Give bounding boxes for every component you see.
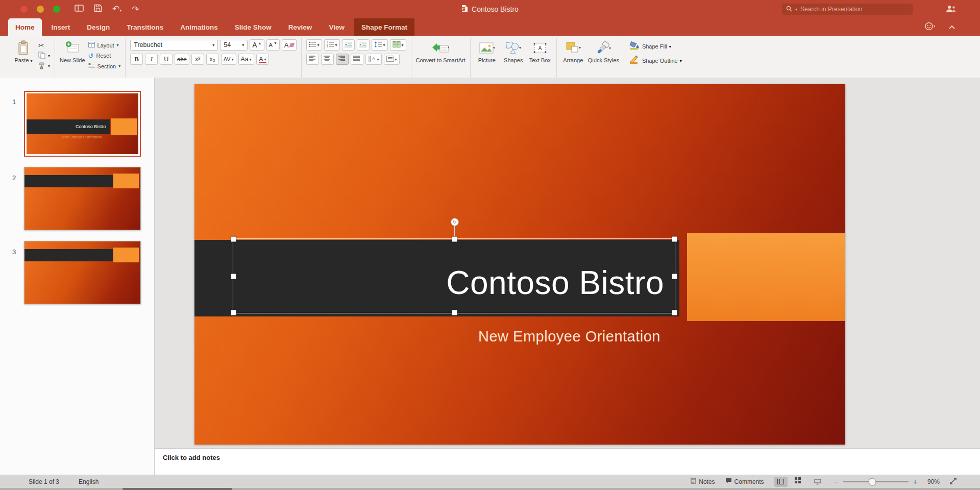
slide-sorter-view-button[interactable] bbox=[793, 477, 806, 487]
cut-button[interactable]: ✂ bbox=[38, 41, 50, 50]
zoom-out-button[interactable]: − bbox=[835, 478, 839, 485]
strikethrough-button[interactable]: abe bbox=[175, 54, 189, 65]
slide-1[interactable]: Contoso Bistro New Employee Orientation … bbox=[194, 84, 845, 445]
resize-handle-bottom-right[interactable] bbox=[672, 310, 677, 315]
subscript-button[interactable]: x₂ bbox=[206, 54, 219, 65]
zoom-slider-knob[interactable] bbox=[869, 478, 876, 485]
reset-button[interactable]: ↺ Reset bbox=[88, 52, 121, 60]
comments-toggle-button[interactable]: Comments bbox=[725, 478, 764, 485]
line-spacing-button[interactable]: ▾ bbox=[372, 39, 388, 51]
arrange-button[interactable]: ▾ Arrange bbox=[561, 39, 585, 64]
save-icon[interactable] bbox=[94, 4, 102, 14]
svg-text:▾: ▾ bbox=[609, 46, 611, 51]
tab-insert[interactable]: Insert bbox=[44, 18, 78, 36]
notes-pane[interactable]: Click to add notes bbox=[155, 448, 980, 475]
undo-button[interactable]: ↶▾ bbox=[112, 5, 121, 14]
share-people-icon[interactable] bbox=[945, 5, 957, 15]
font-name-select[interactable]: Trebuchet▾ bbox=[130, 40, 218, 51]
resize-handle-top-left[interactable] bbox=[231, 236, 236, 242]
search-input[interactable]: ▾ Search in Presentation bbox=[782, 4, 913, 15]
search-scope-arrow-icon[interactable]: ▾ bbox=[795, 7, 797, 12]
italic-button[interactable]: I bbox=[145, 54, 158, 65]
slide-thumbnail-3[interactable] bbox=[24, 241, 141, 304]
toggle-sidebar-icon[interactable] bbox=[75, 5, 84, 14]
decrease-font-size-button[interactable]: A▼ bbox=[266, 39, 280, 51]
convert-to-smartart-button[interactable]: ▾ Convert to SmartArt bbox=[416, 39, 465, 64]
increase-font-size-button[interactable]: A▲ bbox=[250, 39, 264, 51]
title-selection-box[interactable]: ↻ bbox=[233, 238, 675, 313]
zoom-level[interactable]: 90% bbox=[927, 478, 940, 485]
svg-text:P: P bbox=[462, 7, 464, 11]
resize-handle-middle-left[interactable] bbox=[231, 274, 236, 279]
clear-formatting-button[interactable]: A bbox=[282, 39, 297, 51]
quick-styles-button[interactable]: ▾ Quick Styles bbox=[588, 39, 619, 64]
align-text-button[interactable]: ▾ bbox=[384, 54, 400, 65]
fit-slide-to-window-button[interactable] bbox=[950, 478, 957, 486]
picture-button[interactable]: ▾ Picture bbox=[475, 39, 499, 64]
increase-indent-button[interactable] bbox=[357, 39, 370, 51]
tab-transitions[interactable]: Transitions bbox=[119, 18, 170, 36]
ribbon-home: Paste ▾ ✂ ▾ ▾ bbox=[0, 36, 980, 81]
collapse-ribbon-icon[interactable] bbox=[948, 22, 955, 32]
resize-handle-middle-right[interactable] bbox=[672, 274, 677, 279]
language-indicator[interactable]: English bbox=[79, 478, 99, 485]
tab-home[interactable]: Home bbox=[8, 18, 42, 36]
normal-view-button[interactable] bbox=[774, 477, 788, 487]
tab-slide-show[interactable]: Slide Show bbox=[228, 18, 279, 36]
superscript-button[interactable]: x² bbox=[191, 54, 204, 65]
tab-view[interactable]: View bbox=[322, 18, 352, 36]
zoom-in-button[interactable]: + bbox=[913, 478, 917, 485]
minimize-window-button[interactable] bbox=[37, 6, 44, 13]
bullets-icon bbox=[309, 41, 316, 49]
text-box-button[interactable]: A Text Box bbox=[528, 39, 552, 64]
close-window-button[interactable] bbox=[20, 6, 28, 13]
numbering-button[interactable]: 123 ▾ bbox=[324, 39, 340, 51]
align-center-button[interactable] bbox=[321, 54, 334, 65]
decrease-indent-button[interactable] bbox=[342, 39, 355, 51]
align-left-button[interactable] bbox=[306, 54, 319, 65]
section-button[interactable]: Section▾ bbox=[88, 62, 121, 70]
notes-toggle-button[interactable]: Notes bbox=[691, 478, 715, 485]
align-left-icon bbox=[309, 56, 316, 63]
resize-handle-bottom-left[interactable] bbox=[231, 310, 236, 315]
new-slide-button[interactable]: New Slide bbox=[60, 39, 85, 64]
tab-design[interactable]: Design bbox=[80, 18, 117, 36]
slide-thumbnail-1[interactable]: Contoso Bistro New Employee Orientation bbox=[24, 91, 141, 157]
tab-animations[interactable]: Animations bbox=[173, 18, 225, 36]
align-right-button[interactable] bbox=[336, 54, 349, 65]
copy-button[interactable]: ▾ bbox=[38, 52, 50, 60]
status-bar: Slide 1 of 3 English Notes Comments bbox=[0, 475, 980, 488]
columns-button[interactable]: ▾ bbox=[390, 39, 406, 51]
bold-button[interactable]: B bbox=[130, 54, 143, 65]
text-direction-button[interactable]: A ▾ bbox=[365, 54, 382, 65]
justify-button[interactable] bbox=[351, 54, 363, 65]
shapes-button[interactable]: ▾ Shapes bbox=[502, 39, 525, 64]
zoom-slider[interactable] bbox=[843, 481, 909, 482]
font-size-select[interactable]: 54▾ bbox=[220, 40, 248, 51]
tab-shape-format[interactable]: Shape Format bbox=[354, 18, 414, 36]
font-color-button[interactable]: A▾ bbox=[256, 54, 269, 65]
bullets-button[interactable]: ▾ bbox=[306, 39, 322, 51]
character-spacing-button[interactable]: AV▾ bbox=[221, 54, 236, 65]
zoom-window-button[interactable] bbox=[53, 6, 60, 13]
tab-review[interactable]: Review bbox=[281, 18, 320, 36]
rotation-handle[interactable]: ↻ bbox=[451, 218, 459, 226]
slide-subtitle-text[interactable]: New Employee Orientation bbox=[478, 328, 660, 345]
change-case-button[interactable]: Aa▾ bbox=[238, 54, 254, 65]
horizontal-scrollbar-thumb[interactable] bbox=[122, 488, 232, 490]
feedback-smiley-icon[interactable]: ▾ bbox=[925, 22, 935, 33]
resize-handle-top-middle[interactable] bbox=[452, 236, 457, 242]
shape-outline-button[interactable]: Shape Outline▾ bbox=[629, 55, 682, 66]
slide-indicator: Slide 1 of 3 bbox=[29, 478, 59, 485]
shape-fill-button[interactable]: Shape Fill▾ bbox=[629, 41, 671, 52]
underline-button[interactable]: U bbox=[160, 54, 173, 65]
layout-button[interactable]: Layout▾ bbox=[88, 41, 121, 50]
format-painter-button[interactable]: ▾ bbox=[38, 62, 50, 70]
slide-show-view-button[interactable] bbox=[811, 477, 824, 487]
redo-button[interactable]: ↷ bbox=[132, 5, 139, 14]
resize-handle-bottom-middle[interactable] bbox=[452, 310, 457, 315]
paste-button[interactable]: Paste ▾ bbox=[12, 39, 35, 64]
amber-accent-shape[interactable] bbox=[687, 233, 845, 321]
slide-thumbnail-2[interactable] bbox=[24, 167, 141, 230]
resize-handle-top-right[interactable] bbox=[672, 236, 677, 242]
